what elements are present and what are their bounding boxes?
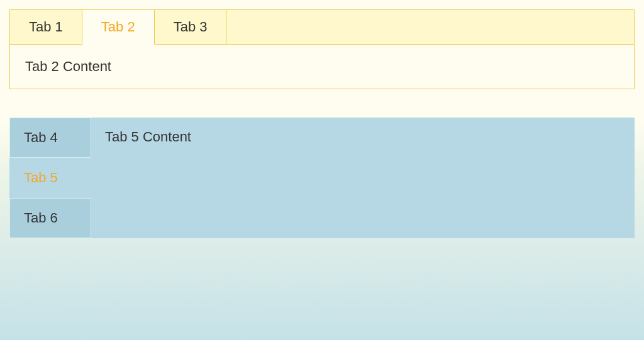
content-text: Tab 5 Content <box>105 129 191 145</box>
horizontal-tabs-widget: Tab 1 Tab 2 Tab 3 Tab 2 Content <box>9 9 635 89</box>
tab-2[interactable]: Tab 2 <box>82 10 155 45</box>
vertical-tab-strip: Tab 4 Tab 5 Tab 6 <box>9 118 91 238</box>
tab-label: Tab 1 <box>29 19 63 35</box>
tab-label: Tab 2 <box>101 19 135 35</box>
tab-6[interactable]: Tab 6 <box>9 198 91 238</box>
tab-label: Tab 5 <box>24 170 58 185</box>
tab-label: Tab 3 <box>174 19 208 35</box>
tab-1[interactable]: Tab 1 <box>10 10 82 44</box>
tab-label: Tab 6 <box>24 210 58 226</box>
tab-5[interactable]: Tab 5 <box>9 158 91 198</box>
horizontal-tab-content: Tab 2 Content <box>9 44 635 89</box>
vertical-tabs-widget: Tab 4 Tab 5 Tab 6 Tab 5 Content <box>9 118 635 238</box>
content-text: Tab 2 Content <box>25 58 111 74</box>
horizontal-tab-strip: Tab 1 Tab 2 Tab 3 <box>9 9 635 44</box>
tab-4[interactable]: Tab 4 <box>9 118 91 158</box>
tab-3[interactable]: Tab 3 <box>155 10 227 44</box>
tab-label: Tab 4 <box>24 129 58 145</box>
vertical-tab-content: Tab 5 Content <box>91 118 635 238</box>
